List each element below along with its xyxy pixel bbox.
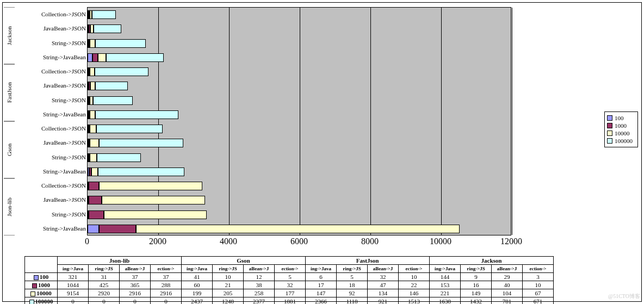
op-header: ring->JS [89, 265, 120, 273]
table-cell: 0 [151, 297, 182, 305]
legend-item: 100000 [607, 137, 635, 145]
table-cell: 22 [399, 281, 430, 289]
table-cell: 1248 [213, 297, 244, 305]
op-header: aBean->J [244, 265, 275, 273]
bar-segment [99, 182, 202, 190]
op-header: ring->JS [337, 265, 368, 273]
legend-label: 100 [615, 115, 624, 121]
y-category-label: String->JSON [17, 207, 86, 221]
bar-segment [90, 153, 97, 162]
row-swatch-icon [32, 283, 37, 288]
table-cell: 425 [89, 281, 120, 289]
table-cell: 0 [120, 297, 151, 305]
y-group-label: FastJson [4, 64, 15, 121]
op-header: ring->JS [461, 265, 492, 273]
bar-segment [136, 225, 460, 233]
op-header: ection-> [151, 265, 182, 273]
bar-row [88, 39, 146, 48]
y-category-label: String->JavaBean [17, 164, 86, 178]
bar-segment [104, 210, 207, 219]
bar-segment [90, 67, 95, 76]
op-header: ection-> [275, 265, 306, 273]
watermark: @51CTO博客 [608, 293, 640, 300]
y-category-label: String->JavaBean [17, 50, 86, 64]
row-swatch-icon [34, 275, 39, 280]
table-cell: 10 [399, 273, 430, 281]
table-cell: 0 [58, 297, 89, 305]
bar-row [88, 225, 460, 233]
table-cell: 146 [399, 289, 430, 297]
table-cell: 153 [430, 281, 461, 289]
table-cell: 37 [151, 273, 182, 281]
table-cell: 40 [492, 281, 523, 289]
bar-row [88, 167, 184, 176]
table-cell: 41 [182, 273, 213, 281]
table-cell: 781 [492, 297, 523, 305]
op-header: aBean->J [368, 265, 399, 273]
table-cell: 21 [213, 281, 244, 289]
table-cell: 134 [368, 289, 399, 297]
bar-segment [99, 225, 136, 233]
bar-segment [90, 24, 94, 33]
bar-segment [95, 39, 146, 48]
table-cell: 10 [523, 281, 554, 289]
x-tick-label: 6000 [290, 237, 308, 246]
bar-row [88, 139, 183, 147]
x-tick-label: 8000 [361, 237, 379, 246]
y-category-label: JavaBean->JSON [17, 78, 86, 92]
table-cell: 288 [151, 281, 182, 289]
table-cell: 321 [58, 273, 89, 281]
bar-segment [91, 167, 98, 176]
table-cell: 0 [89, 297, 120, 305]
table-cell: 10 [213, 273, 244, 281]
table-cell: 67 [523, 289, 554, 297]
table-cell: 671 [523, 297, 554, 305]
bar-segment [94, 24, 121, 33]
table-cell: 2437 [182, 297, 213, 305]
bar-segment [88, 53, 92, 62]
bar-segment [99, 139, 183, 147]
x-tick-label: 0 [85, 237, 89, 246]
table-cell: 221 [430, 289, 461, 297]
y-group-label: Gson [4, 121, 15, 178]
bar-segment [97, 153, 141, 162]
chart-figure: JacksonCollection->JSONJavaBean->JSONStr… [2, 2, 642, 302]
table-body: 1003213137374110125653210144929310001044… [25, 273, 554, 305]
legend-swatch-10000 [607, 131, 612, 136]
bar-segment [95, 110, 179, 119]
table-cell: 29 [492, 273, 523, 281]
bar-segment [95, 82, 128, 90]
x-tick-label: 4000 [220, 237, 237, 246]
y-category-label: Collection->JSON [17, 64, 86, 78]
table-cell: 2377 [244, 297, 275, 305]
table-cell: 205 [213, 289, 244, 297]
table-cell: 16 [461, 281, 492, 289]
corner-cell [25, 257, 58, 273]
op-header: aBean->J [492, 265, 523, 273]
table-cell: 31 [89, 273, 120, 281]
table-cell: 1044 [58, 281, 89, 289]
bar-segment [106, 53, 164, 62]
y-category-label: String->JavaBean [17, 107, 86, 121]
table-cell: 12 [244, 273, 275, 281]
y-category-label: String->JSON [17, 93, 86, 107]
gridline [441, 8, 442, 235]
table-cell: 37 [120, 273, 151, 281]
table-cell: 199 [182, 289, 213, 297]
table-row: 1000091542920291629161992052581771479213… [25, 289, 554, 297]
bar-segment [98, 53, 106, 62]
y-group-label: Jackson [4, 7, 15, 64]
gridline [370, 8, 371, 235]
legend-swatch-100000 [607, 138, 612, 144]
x-tick-label: 10000 [430, 237, 451, 246]
y-group-label: Json-lib [4, 178, 15, 235]
bar-segment [89, 210, 104, 219]
table-cell: 9 [461, 273, 492, 281]
y-axis: JacksonCollection->JSONJavaBean->JSONStr… [3, 7, 87, 235]
op-header: ection-> [399, 265, 430, 273]
table-cell: 149 [461, 289, 492, 297]
y-category-label: JavaBean->JSON [17, 21, 86, 35]
bar-row [88, 10, 116, 19]
legend-swatch-100 [607, 115, 612, 121]
bar-row [88, 110, 178, 119]
